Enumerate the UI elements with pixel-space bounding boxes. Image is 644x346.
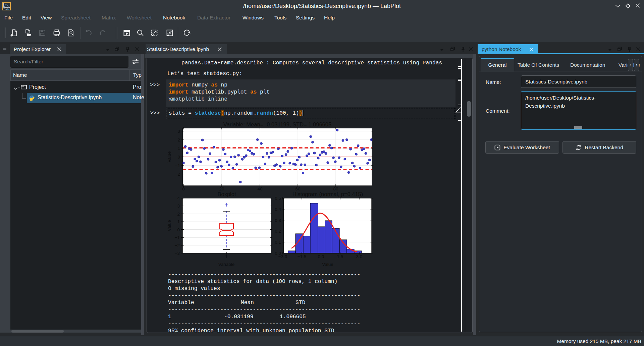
svg-text:60: 60 — [295, 186, 300, 191]
svg-text:Value: Value — [322, 262, 333, 267]
svg-text:Value: Value — [167, 151, 172, 163]
svg-text:Value: Value — [167, 220, 172, 231]
svg-text:80: 80 — [333, 186, 338, 191]
svg-text:Variable: Variable — [218, 262, 235, 267]
svg-text:0.3: 0.3 — [275, 218, 281, 223]
svg-text:−2: −2 — [175, 172, 180, 177]
svg-text:2: 2 — [177, 137, 180, 142]
svg-text:Variable: Mean= -0.031199, STD: Variable: Mean= -0.031199, STD= 1.096605 — [223, 121, 331, 127]
svg-text:Boxplot: Boxplot — [217, 191, 236, 197]
svg-text:0.2: 0.2 — [275, 229, 281, 234]
svg-text:0: 0 — [177, 227, 180, 232]
svg-text:1: 1 — [177, 219, 180, 224]
svg-text:0.5: 0.5 — [275, 196, 281, 201]
svg-text:Histogram (normal, p=0.415): Histogram (normal, p=0.415) — [292, 191, 363, 197]
svg-text:−3: −3 — [175, 251, 180, 256]
svg-text:0: 0 — [182, 186, 185, 191]
svg-text:0: 0 — [177, 155, 180, 160]
svg-text:0.4: 0.4 — [275, 207, 281, 212]
svg-text:1: 1 — [177, 146, 180, 151]
svg-text:40: 40 — [257, 186, 262, 191]
svg-text:3: 3 — [177, 129, 180, 134]
svg-text:−1.5: −1.5 — [298, 254, 307, 259]
svg-text:−3.0: −3.0 — [278, 254, 287, 259]
svg-text:−1: −1 — [175, 163, 180, 168]
svg-text:20: 20 — [219, 186, 224, 191]
svg-text:1.5: 1.5 — [337, 254, 343, 259]
svg-text:0.0: 0.0 — [318, 254, 324, 259]
svg-text:3.0: 3.0 — [356, 254, 363, 259]
svg-text:3: 3 — [177, 204, 180, 209]
svg-text:1: 1 — [225, 254, 228, 259]
svg-text:0.1: 0.1 — [275, 240, 281, 245]
svg-text:−2: −2 — [175, 243, 180, 248]
svg-text:4: 4 — [177, 196, 180, 201]
svg-text:−1: −1 — [175, 235, 180, 240]
svg-text:2: 2 — [177, 212, 180, 217]
